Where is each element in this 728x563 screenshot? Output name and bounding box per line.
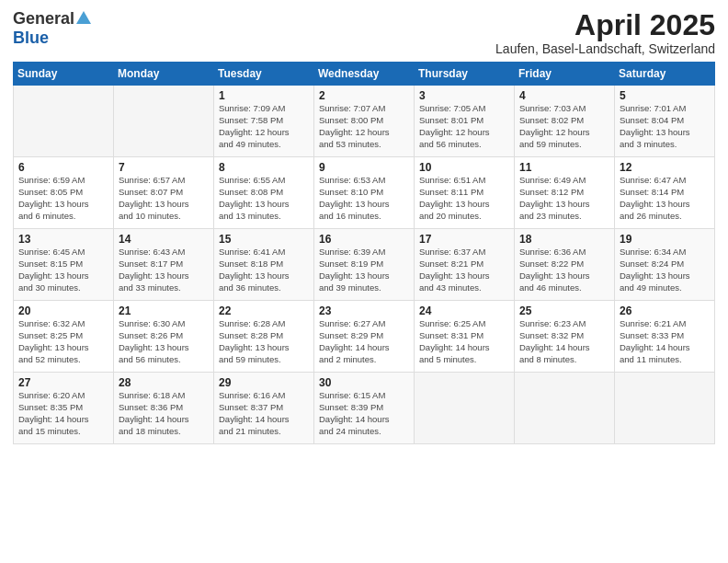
day-number: 26: [620, 304, 710, 317]
day-info: Sunrise: 7:01 AM Sunset: 8:04 PM Dayligh…: [620, 103, 710, 150]
calendar-cell: 7Sunrise: 6:57 AM Sunset: 8:07 PM Daylig…: [114, 157, 214, 229]
header-sunday: Sunday: [14, 63, 114, 86]
logo-area: General Blue: [13, 9, 92, 48]
header-friday: Friday: [515, 63, 615, 86]
calendar-cell: 22Sunrise: 6:28 AM Sunset: 8:28 PM Dayli…: [214, 301, 314, 373]
day-number: 14: [119, 233, 209, 246]
day-info: Sunrise: 7:09 AM Sunset: 7:58 PM Dayligh…: [219, 103, 309, 150]
day-info: Sunrise: 6:25 AM Sunset: 8:31 PM Dayligh…: [419, 318, 509, 365]
calendar-cell: 6Sunrise: 6:59 AM Sunset: 8:05 PM Daylig…: [14, 157, 114, 229]
header-saturday: Saturday: [615, 63, 715, 86]
day-number: 6: [18, 161, 108, 174]
day-number: 17: [419, 233, 509, 246]
day-number: 1: [219, 89, 309, 102]
day-number: 25: [519, 304, 609, 317]
day-info: Sunrise: 6:23 AM Sunset: 8:32 PM Dayligh…: [519, 318, 609, 365]
header-monday: Monday: [114, 63, 214, 86]
calendar-cell: 28Sunrise: 6:18 AM Sunset: 8:36 PM Dayli…: [114, 373, 214, 444]
day-number: 21: [119, 304, 209, 317]
day-number: 20: [18, 304, 108, 317]
day-info: Sunrise: 6:21 AM Sunset: 8:33 PM Dayligh…: [620, 318, 710, 365]
calendar-cell: 17Sunrise: 6:37 AM Sunset: 8:21 PM Dayli…: [415, 229, 515, 301]
day-info: Sunrise: 6:59 AM Sunset: 8:05 PM Dayligh…: [18, 175, 108, 222]
day-number: 15: [219, 233, 309, 246]
location-subtitle: Laufen, Basel-Landschaft, Switzerland: [495, 41, 715, 56]
calendar-cell: 18Sunrise: 6:36 AM Sunset: 8:22 PM Dayli…: [515, 229, 615, 301]
calendar-cell: 26Sunrise: 6:21 AM Sunset: 8:33 PM Dayli…: [615, 301, 715, 373]
calendar-table: Sunday Monday Tuesday Wednesday Thursday…: [13, 62, 715, 444]
day-info: Sunrise: 6:18 AM Sunset: 8:36 PM Dayligh…: [119, 390, 209, 437]
day-number: 24: [419, 304, 509, 317]
calendar-cell: 11Sunrise: 6:49 AM Sunset: 8:12 PM Dayli…: [515, 157, 615, 229]
month-title: April 2025: [495, 9, 715, 41]
calendar-cell: 10Sunrise: 6:51 AM Sunset: 8:11 PM Dayli…: [415, 157, 515, 229]
day-info: Sunrise: 7:03 AM Sunset: 8:02 PM Dayligh…: [519, 103, 609, 150]
logo-blue-text: Blue: [13, 29, 49, 48]
day-number: 5: [620, 89, 710, 102]
calendar-cell: 15Sunrise: 6:41 AM Sunset: 8:18 PM Dayli…: [214, 229, 314, 301]
title-area: April 2025 Laufen, Basel-Landschaft, Swi…: [495, 9, 715, 56]
day-number: 29: [219, 376, 309, 389]
day-info: Sunrise: 6:37 AM Sunset: 8:21 PM Dayligh…: [419, 247, 509, 293]
calendar-cell: 23Sunrise: 6:27 AM Sunset: 8:29 PM Dayli…: [314, 301, 415, 373]
day-info: Sunrise: 6:41 AM Sunset: 8:18 PM Dayligh…: [219, 247, 309, 293]
header-tuesday: Tuesday: [214, 63, 314, 86]
calendar-cell: [615, 373, 715, 444]
day-number: 7: [119, 161, 209, 174]
day-number: 2: [319, 89, 409, 102]
day-number: 23: [319, 304, 409, 317]
calendar-cell: 14Sunrise: 6:43 AM Sunset: 8:17 PM Dayli…: [114, 229, 214, 301]
week-row-5: 27Sunrise: 6:20 AM Sunset: 8:35 PM Dayli…: [14, 373, 715, 444]
day-info: Sunrise: 6:15 AM Sunset: 8:39 PM Dayligh…: [319, 390, 409, 437]
calendar-cell: 30Sunrise: 6:15 AM Sunset: 8:39 PM Dayli…: [314, 373, 415, 444]
logo-blue-row: Blue: [13, 29, 49, 48]
week-row-1: 1Sunrise: 7:09 AM Sunset: 7:58 PM Daylig…: [14, 86, 715, 157]
day-info: Sunrise: 7:05 AM Sunset: 8:01 PM Dayligh…: [419, 103, 509, 150]
calendar-cell: 20Sunrise: 6:32 AM Sunset: 8:25 PM Dayli…: [14, 301, 114, 373]
day-info: Sunrise: 6:36 AM Sunset: 8:22 PM Dayligh…: [519, 247, 609, 293]
day-info: Sunrise: 6:16 AM Sunset: 8:37 PM Dayligh…: [219, 390, 309, 437]
week-row-3: 13Sunrise: 6:45 AM Sunset: 8:15 PM Dayli…: [14, 229, 715, 301]
day-info: Sunrise: 6:34 AM Sunset: 8:24 PM Dayligh…: [620, 247, 710, 293]
weekday-header-row: Sunday Monday Tuesday Wednesday Thursday…: [14, 63, 715, 86]
day-number: 28: [119, 376, 209, 389]
header-wednesday: Wednesday: [314, 63, 415, 86]
day-info: Sunrise: 6:43 AM Sunset: 8:17 PM Dayligh…: [119, 247, 209, 293]
day-number: 4: [519, 89, 609, 102]
day-number: 8: [219, 161, 309, 174]
calendar-cell: [114, 86, 214, 157]
day-info: Sunrise: 6:51 AM Sunset: 8:11 PM Dayligh…: [419, 175, 509, 222]
day-info: Sunrise: 6:57 AM Sunset: 8:07 PM Dayligh…: [119, 175, 209, 222]
calendar-cell: [415, 373, 515, 444]
day-number: 18: [519, 233, 609, 246]
day-info: Sunrise: 7:07 AM Sunset: 8:00 PM Dayligh…: [319, 103, 409, 150]
header: General Blue April 2025 Laufen, Basel-La…: [13, 9, 715, 56]
calendar-cell: 8Sunrise: 6:55 AM Sunset: 8:08 PM Daylig…: [214, 157, 314, 229]
header-thursday: Thursday: [415, 63, 515, 86]
calendar-cell: 9Sunrise: 6:53 AM Sunset: 8:10 PM Daylig…: [314, 157, 415, 229]
day-info: Sunrise: 6:30 AM Sunset: 8:26 PM Dayligh…: [119, 318, 209, 365]
day-info: Sunrise: 6:20 AM Sunset: 8:35 PM Dayligh…: [18, 390, 108, 437]
day-number: 30: [319, 376, 409, 389]
day-info: Sunrise: 6:28 AM Sunset: 8:28 PM Dayligh…: [219, 318, 309, 365]
calendar-cell: 19Sunrise: 6:34 AM Sunset: 8:24 PM Dayli…: [615, 229, 715, 301]
day-info: Sunrise: 6:45 AM Sunset: 8:15 PM Dayligh…: [18, 247, 108, 293]
day-number: 3: [419, 89, 509, 102]
logo-text: General: [13, 9, 92, 29]
calendar-cell: [14, 86, 114, 157]
day-info: Sunrise: 6:32 AM Sunset: 8:25 PM Dayligh…: [18, 318, 108, 365]
calendar-cell: 27Sunrise: 6:20 AM Sunset: 8:35 PM Dayli…: [14, 373, 114, 444]
day-info: Sunrise: 6:53 AM Sunset: 8:10 PM Dayligh…: [319, 175, 409, 222]
logo-triangle-icon: [76, 11, 91, 24]
day-number: 16: [319, 233, 409, 246]
calendar-cell: 24Sunrise: 6:25 AM Sunset: 8:31 PM Dayli…: [415, 301, 515, 373]
calendar-cell: 25Sunrise: 6:23 AM Sunset: 8:32 PM Dayli…: [515, 301, 615, 373]
calendar-cell: 29Sunrise: 6:16 AM Sunset: 8:37 PM Dayli…: [214, 373, 314, 444]
calendar-cell: 13Sunrise: 6:45 AM Sunset: 8:15 PM Dayli…: [14, 229, 114, 301]
day-number: 13: [18, 233, 108, 246]
calendar-cell: [515, 373, 615, 444]
day-number: 27: [18, 376, 108, 389]
logo-general-text: General: [13, 9, 74, 29]
page: General Blue April 2025 Laufen, Basel-La…: [0, 0, 728, 563]
week-row-2: 6Sunrise: 6:59 AM Sunset: 8:05 PM Daylig…: [14, 157, 715, 229]
